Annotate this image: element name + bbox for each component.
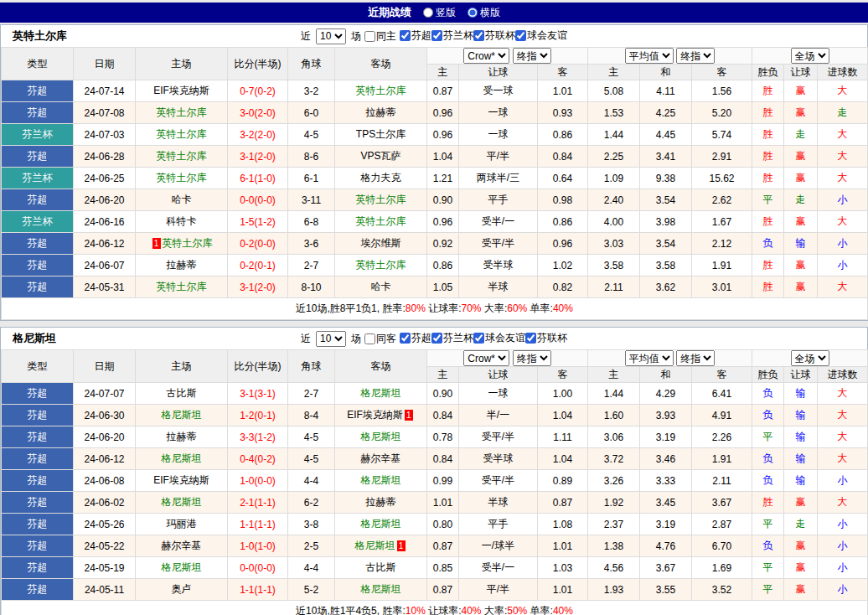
home-team-cell[interactable]: 英特土尔库 [136,124,228,146]
same-venue-filter[interactable]: 同客 [364,332,396,346]
team-link[interactable]: 古比斯 [167,387,197,399]
away-team-cell[interactable]: 赫尔辛基 [335,448,427,470]
team-link[interactable]: 格尼斯坦 [355,540,395,551]
score-cell[interactable]: 0-4(0-2) [228,448,288,470]
team-link[interactable]: 拉赫蒂 [366,106,396,118]
league-filter[interactable]: 芬联杯 [525,331,567,345]
away-team-cell[interactable]: 格尼斯坦 [335,470,427,492]
away-team-cell[interactable]: 格尼斯坦 [335,514,427,535]
bookmaker-select[interactable]: Crow* [463,48,509,64]
layout-radio-vertical[interactable] [423,8,433,18]
team-link[interactable]: 赫尔辛基 [361,452,401,464]
score-cell[interactable]: 6-1(1-0) [228,168,288,189]
team-link[interactable]: 玛丽港 [167,518,197,530]
team-link[interactable]: 格力夫克 [361,172,401,183]
home-team-cell[interactable]: EIF埃克纳斯 [136,470,228,492]
avg-stage-select[interactable]: 终指 [676,48,715,64]
average-select[interactable]: 平均值 [625,48,674,64]
league-filter[interactable]: 芬联杯 [473,28,515,43]
team-link[interactable]: 英特土尔库 [157,128,207,140]
score-cell[interactable]: 0-7(0-2) [228,80,288,102]
league-checkbox[interactable] [473,30,484,41]
team-link[interactable]: EIF埃克纳斯 [153,474,209,486]
average-select[interactable]: 平均值 [625,350,674,366]
home-team-cell[interactable]: EIF埃克纳斯 [136,80,228,102]
layout-option-horizontal[interactable]: 横版 [468,6,500,20]
away-team-cell[interactable]: VPS瓦萨 [335,146,427,168]
home-team-cell[interactable]: 英特土尔库 [136,102,228,124]
team-link[interactable]: 科特卡 [167,215,197,227]
team-link[interactable]: 奥卢 [172,583,192,595]
away-team-cell[interactable]: 埃尔维斯 [335,233,427,255]
league-filter[interactable]: 球会友谊 [515,28,567,43]
score-cell[interactable]: 0-2(0-1) [228,255,288,276]
team-link[interactable]: VPS瓦萨 [360,150,400,162]
scope-select[interactable]: 全场 [791,48,829,64]
score-cell[interactable]: 0-0(0-0) [228,189,288,211]
team-link[interactable]: 格尼斯坦 [162,452,202,464]
league-checkbox[interactable] [473,333,484,344]
home-team-cell[interactable]: 格尼斯坦 [136,405,228,426]
avg-stage-select[interactable]: 终指 [676,350,715,366]
away-team-cell[interactable]: 英特土尔库 [335,80,427,102]
league-filter[interactable]: 芬兰杯 [431,28,473,43]
score-cell[interactable]: 3-2(2-0) [228,124,288,146]
same-venue-checkbox[interactable] [364,31,375,42]
team-link[interactable]: 格尼斯坦 [162,561,202,573]
team-link[interactable]: 拉赫蒂 [167,259,197,271]
score-cell[interactable]: 1-2(0-1) [228,405,288,426]
away-team-cell[interactable]: 格力夫克 [335,168,427,189]
team-link[interactable]: 英特土尔库 [356,85,406,96]
team-link[interactable]: 格尼斯坦 [361,583,401,595]
league-filter[interactable]: 芬超 [400,331,431,345]
away-team-cell[interactable]: 拉赫蒂 [335,102,427,124]
team-link[interactable]: 拉赫蒂 [167,431,197,442]
score-cell[interactable]: 3-1(3-1) [228,383,288,405]
away-team-cell[interactable]: 格尼斯坦 [335,426,427,448]
same-venue-checkbox[interactable] [364,333,375,344]
away-team-cell[interactable]: 拉赫蒂 [335,492,427,514]
team-link[interactable]: 赫尔辛基 [162,540,202,551]
team-link[interactable]: EIF埃克纳斯 [153,85,209,96]
team-link[interactable]: EIF埃克纳斯 [347,409,403,421]
home-team-cell[interactable]: 格尼斯坦 [136,448,228,470]
league-checkbox[interactable] [515,30,526,41]
team-link[interactable]: TPS土尔库 [356,128,406,140]
team-link[interactable]: 格尼斯坦 [361,474,401,486]
score-cell[interactable]: 1-0(0-0) [228,470,288,492]
team-link[interactable]: 英特土尔库 [356,259,406,271]
team-link[interactable]: 埃尔维斯 [361,237,401,249]
team-link[interactable]: 格尼斯坦 [162,409,202,421]
league-filter[interactable]: 芬超 [400,28,431,43]
league-checkbox[interactable] [525,333,536,344]
team-link[interactable]: 格尼斯坦 [361,431,401,442]
score-cell[interactable]: 1-0(1-0) [228,535,288,557]
home-team-cell[interactable]: 玛丽港 [136,514,228,535]
layout-option-vertical[interactable]: 竖版 [423,6,456,20]
team-link[interactable]: 格尼斯坦 [361,518,401,530]
score-cell[interactable]: 1-1(1-1) [228,514,288,535]
home-team-cell[interactable]: 古比斯 [136,383,228,405]
recent-count-select[interactable]: 10 [316,28,346,44]
home-team-cell[interactable]: 格尼斯坦 [136,492,228,514]
league-checkbox[interactable] [431,333,442,344]
layout-radio-horizontal[interactable] [468,8,478,18]
team-link[interactable]: 英特土尔库 [356,215,406,227]
team-link[interactable]: 拉赫蒂 [366,496,396,508]
away-team-cell[interactable]: TPS土尔库 [335,124,427,146]
team-link[interactable]: 英特土尔库 [157,172,207,183]
home-team-cell[interactable]: 格尼斯坦 [136,557,228,579]
score-cell[interactable]: 1-1(1-1) [228,579,288,601]
home-team-cell[interactable]: 拉赫蒂 [136,255,228,276]
league-filter[interactable]: 芬兰杯 [431,331,473,345]
team-link[interactable]: 英特土尔库 [157,281,207,292]
score-cell[interactable]: 0-0(0-0) [228,557,288,579]
home-team-cell[interactable]: 拉赫蒂 [136,426,228,448]
score-cell[interactable]: 0-2(0-0) [228,233,288,255]
home-team-cell[interactable]: 科特卡 [136,211,228,233]
team-link[interactable]: 英特土尔库 [356,194,406,205]
home-team-cell[interactable]: 英特土尔库 [136,276,228,298]
team-link[interactable]: 格尼斯坦 [162,496,202,508]
recent-count-select[interactable]: 10 [316,331,346,347]
away-team-cell[interactable]: 格尼斯坦1 [335,535,427,557]
